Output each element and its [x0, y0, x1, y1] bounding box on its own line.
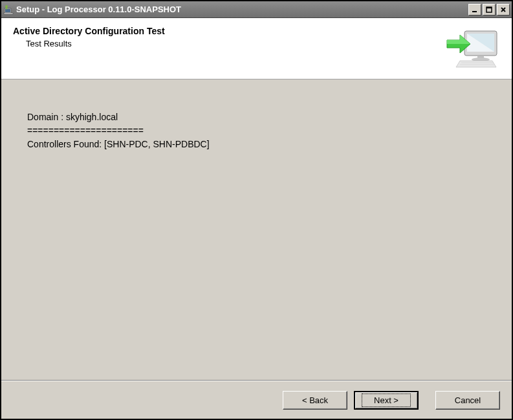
minimize-button[interactable] — [468, 4, 481, 16]
wizard-header: Active Directory Configuration Test Test… — [1, 18, 512, 79]
app-icon — [3, 5, 14, 15]
next-button[interactable]: Next > — [354, 391, 419, 410]
close-button[interactable] — [497, 4, 510, 16]
back-button-label: < Back — [302, 395, 328, 405]
svg-point-3 — [5, 5, 8, 8]
header-text: Active Directory Configuration Test Test… — [13, 26, 442, 48]
svg-rect-1 — [5, 9, 10, 12]
window-controls — [467, 4, 510, 16]
cancel-button-label: Cancel — [455, 395, 481, 405]
next-button-label: Next > — [362, 394, 411, 407]
cancel-button[interactable]: Cancel — [435, 391, 500, 410]
result-controllers: Controllers Found: [SHN-PDC, SHN-PDBDC] — [27, 139, 210, 149]
page-title: Active Directory Configuration Test — [13, 26, 442, 36]
svg-rect-6 — [486, 7, 492, 8]
maximize-button[interactable] — [483, 4, 496, 16]
titlebar[interactable]: Setup - Log Processor 0.11.0-SNAPSHOT — [1, 1, 512, 18]
setup-window: Setup - Log Processor 0.11.0-SNAPSHOT Ac… — [0, 0, 513, 420]
back-button[interactable]: < Back — [283, 391, 347, 410]
installer-icon — [442, 26, 500, 71]
content-area: Domain : skyhigh.local =================… — [1, 79, 512, 380]
test-results-text: Domain : skyhigh.local =================… — [27, 110, 486, 151]
titlebar-title: Setup - Log Processor 0.11.0-SNAPSHOT — [16, 5, 467, 14]
svg-rect-4 — [472, 11, 477, 12]
result-domain: Domain : skyhigh.local — [27, 112, 118, 122]
button-bar: < Back Next > Cancel — [1, 381, 512, 419]
result-divider: ====================== — [27, 125, 144, 136]
svg-rect-2 — [4, 13, 13, 14]
page-subtitle: Test Results — [26, 39, 442, 48]
